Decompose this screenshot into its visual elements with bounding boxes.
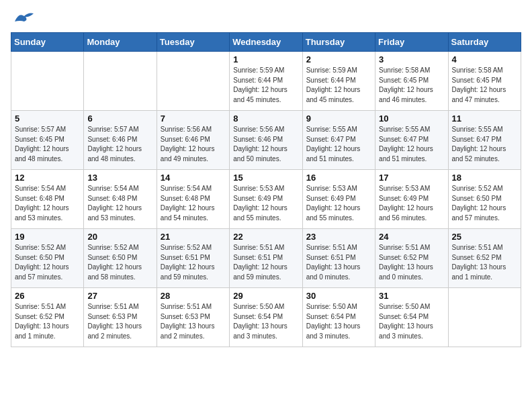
calendar-cell: 17Sunrise: 5:53 AMSunset: 6:49 PMDayligh… [375, 170, 448, 229]
calendar-day-header: Sunday [11, 33, 84, 52]
calendar-header-row: SundayMondayTuesdayWednesdayThursdayFrid… [11, 33, 521, 52]
day-info: Sunrise: 5:52 AMSunset: 6:50 PMDaylight:… [452, 184, 517, 223]
day-info: Sunrise: 5:59 AMSunset: 6:44 PMDaylight:… [233, 66, 298, 105]
calendar-day-header: Thursday [302, 33, 375, 52]
day-info: Sunrise: 5:58 AMSunset: 6:45 PMDaylight:… [452, 66, 517, 105]
day-number: 9 [306, 113, 371, 124]
calendar-cell: 5Sunrise: 5:57 AMSunset: 6:45 PMDaylight… [11, 111, 84, 170]
day-number: 23 [306, 232, 371, 242]
day-info: Sunrise: 5:52 AMSunset: 6:51 PMDaylight:… [161, 243, 226, 282]
day-info: Sunrise: 5:52 AMSunset: 6:50 PMDaylight:… [87, 243, 152, 282]
calendar-cell: 18Sunrise: 5:52 AMSunset: 6:50 PMDayligh… [448, 170, 521, 229]
day-info: Sunrise: 5:56 AMSunset: 6:46 PMDaylight:… [233, 125, 298, 164]
calendar-cell: 10Sunrise: 5:55 AMSunset: 6:47 PMDayligh… [375, 111, 448, 170]
day-number: 24 [379, 232, 444, 242]
calendar-cell: 15Sunrise: 5:53 AMSunset: 6:49 PMDayligh… [230, 170, 302, 229]
day-number: 1 [233, 54, 298, 64]
day-number: 11 [452, 113, 517, 124]
calendar-week-row: 19Sunrise: 5:52 AMSunset: 6:50 PMDayligh… [11, 229, 521, 288]
day-number: 15 [233, 173, 298, 183]
calendar-cell: 20Sunrise: 5:52 AMSunset: 6:50 PMDayligh… [84, 229, 157, 288]
calendar-table: SundayMondayTuesdayWednesdayThursdayFrid… [11, 32, 521, 347]
logo-bird-icon [13, 11, 35, 24]
day-number: 17 [379, 173, 444, 183]
day-info: Sunrise: 5:55 AMSunset: 6:47 PMDaylight:… [452, 125, 517, 164]
calendar-week-row: 12Sunrise: 5:54 AMSunset: 6:48 PMDayligh… [11, 170, 521, 229]
calendar-day-header: Wednesday [230, 33, 302, 52]
calendar-cell: 23Sunrise: 5:51 AMSunset: 6:51 PMDayligh… [302, 229, 375, 288]
day-info: Sunrise: 5:56 AMSunset: 6:46 PMDaylight:… [161, 125, 226, 164]
day-info: Sunrise: 5:53 AMSunset: 6:49 PMDaylight:… [379, 184, 444, 223]
calendar-week-row: 26Sunrise: 5:51 AMSunset: 6:52 PMDayligh… [11, 288, 521, 347]
day-number: 20 [87, 232, 152, 242]
logo [11, 11, 35, 24]
day-info: Sunrise: 5:52 AMSunset: 6:50 PMDaylight:… [15, 243, 80, 282]
calendar-cell: 30Sunrise: 5:50 AMSunset: 6:54 PMDayligh… [302, 288, 375, 347]
day-number: 26 [15, 291, 80, 301]
calendar-cell: 3Sunrise: 5:58 AMSunset: 6:45 PMDaylight… [375, 52, 448, 111]
day-info: Sunrise: 5:57 AMSunset: 6:46 PMDaylight:… [87, 125, 152, 164]
day-info: Sunrise: 5:54 AMSunset: 6:48 PMDaylight:… [87, 184, 152, 223]
day-number: 22 [233, 232, 298, 242]
calendar-cell: 29Sunrise: 5:50 AMSunset: 6:54 PMDayligh… [230, 288, 302, 347]
day-info: Sunrise: 5:57 AMSunset: 6:45 PMDaylight:… [15, 125, 80, 164]
calendar-cell: 9Sunrise: 5:55 AMSunset: 6:47 PMDaylight… [302, 111, 375, 170]
day-info: Sunrise: 5:51 AMSunset: 6:51 PMDaylight:… [306, 243, 371, 282]
day-number: 3 [379, 54, 444, 64]
calendar-cell [11, 52, 84, 111]
day-number: 31 [379, 291, 444, 301]
day-info: Sunrise: 5:51 AMSunset: 6:52 PMDaylight:… [452, 243, 517, 282]
day-number: 25 [452, 232, 517, 242]
calendar-cell: 12Sunrise: 5:54 AMSunset: 6:48 PMDayligh… [11, 170, 84, 229]
day-number: 30 [306, 291, 371, 301]
day-info: Sunrise: 5:51 AMSunset: 6:52 PMDaylight:… [379, 243, 444, 282]
calendar-day-header: Friday [375, 33, 448, 52]
calendar-cell: 19Sunrise: 5:52 AMSunset: 6:50 PMDayligh… [11, 229, 84, 288]
calendar-cell: 6Sunrise: 5:57 AMSunset: 6:46 PMDaylight… [84, 111, 157, 170]
day-number: 5 [15, 113, 80, 124]
calendar-cell: 14Sunrise: 5:54 AMSunset: 6:48 PMDayligh… [157, 170, 229, 229]
calendar-cell: 24Sunrise: 5:51 AMSunset: 6:52 PMDayligh… [375, 229, 448, 288]
calendar-cell: 27Sunrise: 5:51 AMSunset: 6:53 PMDayligh… [84, 288, 157, 347]
calendar-cell: 26Sunrise: 5:51 AMSunset: 6:52 PMDayligh… [11, 288, 84, 347]
calendar-cell: 25Sunrise: 5:51 AMSunset: 6:52 PMDayligh… [448, 229, 521, 288]
calendar-day-header: Tuesday [157, 33, 229, 52]
day-number: 12 [15, 173, 80, 183]
day-number: 28 [161, 291, 226, 301]
day-info: Sunrise: 5:51 AMSunset: 6:53 PMDaylight:… [87, 302, 152, 341]
calendar-cell: 28Sunrise: 5:51 AMSunset: 6:53 PMDayligh… [157, 288, 229, 347]
calendar-cell: 2Sunrise: 5:59 AMSunset: 6:44 PMDaylight… [302, 52, 375, 111]
day-number: 6 [87, 113, 152, 124]
calendar-cell: 22Sunrise: 5:51 AMSunset: 6:51 PMDayligh… [230, 229, 302, 288]
day-number: 19 [15, 232, 80, 242]
day-info: Sunrise: 5:50 AMSunset: 6:54 PMDaylight:… [379, 302, 444, 341]
day-info: Sunrise: 5:50 AMSunset: 6:54 PMDaylight:… [306, 302, 371, 341]
day-info: Sunrise: 5:50 AMSunset: 6:54 PMDaylight:… [233, 302, 298, 341]
day-number: 8 [233, 113, 298, 124]
day-info: Sunrise: 5:53 AMSunset: 6:49 PMDaylight:… [233, 184, 298, 223]
calendar-day-header: Saturday [448, 33, 521, 52]
day-info: Sunrise: 5:51 AMSunset: 6:51 PMDaylight:… [233, 243, 298, 282]
calendar-day-header: Monday [84, 33, 157, 52]
day-number: 10 [379, 113, 444, 124]
day-info: Sunrise: 5:51 AMSunset: 6:53 PMDaylight:… [161, 302, 226, 341]
day-info: Sunrise: 5:58 AMSunset: 6:45 PMDaylight:… [379, 66, 444, 105]
calendar-cell: 21Sunrise: 5:52 AMSunset: 6:51 PMDayligh… [157, 229, 229, 288]
page-header [11, 11, 521, 24]
calendar-cell: 16Sunrise: 5:53 AMSunset: 6:49 PMDayligh… [302, 170, 375, 229]
calendar-cell: 13Sunrise: 5:54 AMSunset: 6:48 PMDayligh… [84, 170, 157, 229]
day-number: 13 [87, 173, 152, 183]
day-number: 2 [306, 54, 371, 64]
calendar-cell [448, 288, 521, 347]
day-number: 7 [161, 113, 226, 124]
calendar-cell: 4Sunrise: 5:58 AMSunset: 6:45 PMDaylight… [448, 52, 521, 111]
day-info: Sunrise: 5:55 AMSunset: 6:47 PMDaylight:… [379, 125, 444, 164]
day-info: Sunrise: 5:51 AMSunset: 6:52 PMDaylight:… [15, 302, 80, 341]
calendar-cell: 11Sunrise: 5:55 AMSunset: 6:47 PMDayligh… [448, 111, 521, 170]
day-number: 4 [452, 54, 517, 64]
calendar-cell: 31Sunrise: 5:50 AMSunset: 6:54 PMDayligh… [375, 288, 448, 347]
calendar-cell: 8Sunrise: 5:56 AMSunset: 6:46 PMDaylight… [230, 111, 302, 170]
day-number: 18 [452, 173, 517, 183]
day-number: 27 [87, 291, 152, 301]
day-info: Sunrise: 5:59 AMSunset: 6:44 PMDaylight:… [306, 66, 371, 105]
